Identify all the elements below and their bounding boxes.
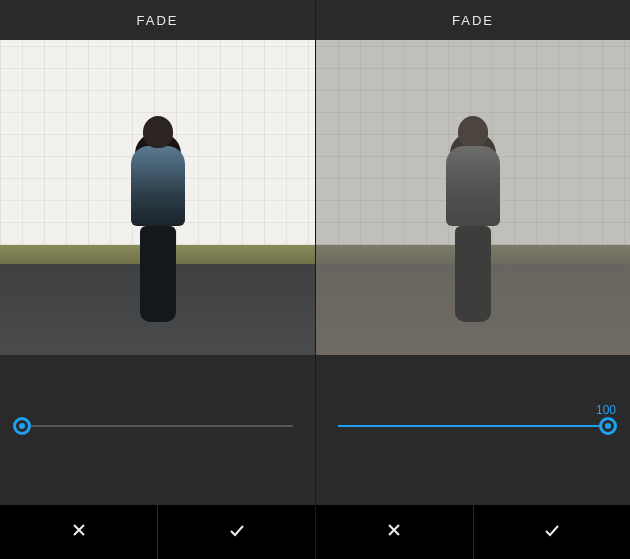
check-icon [229,522,245,542]
action-bar [0,505,315,559]
confirm-button[interactable] [157,505,315,559]
confirm-button[interactable] [473,505,631,559]
photo-preview [0,40,315,355]
cancel-button[interactable] [0,505,157,559]
action-bar [316,505,630,559]
slider-area [0,355,315,505]
editor-panel-right: FADE 100 [315,0,630,559]
fade-slider[interactable] [22,425,293,427]
fade-slider[interactable] [338,425,608,427]
tool-title: FADE [0,0,315,40]
tool-title: FADE [316,0,630,40]
close-icon [386,522,402,542]
slider-thumb[interactable] [13,417,31,435]
photo-preview [316,40,630,355]
editor-panel-left: FADE [0,0,315,559]
slider-value: 100 [596,403,616,417]
slider-area: 100 [316,355,630,505]
cancel-button[interactable] [316,505,473,559]
check-icon [544,522,560,542]
close-icon [71,522,87,542]
slider-thumb[interactable] [599,417,617,435]
